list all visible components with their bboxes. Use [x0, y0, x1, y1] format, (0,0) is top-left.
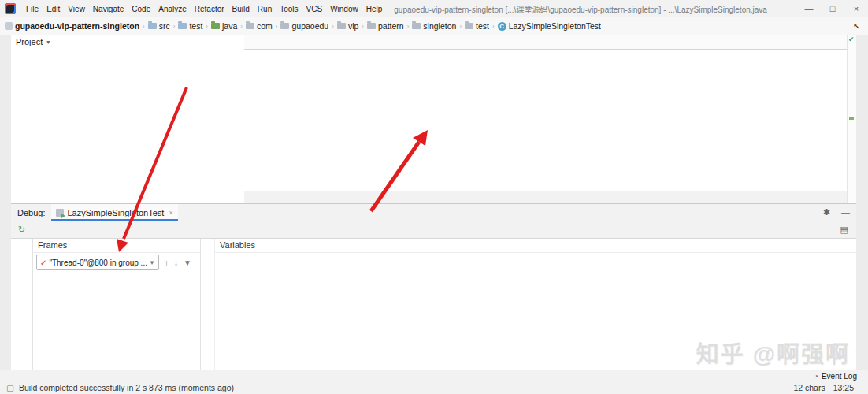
- menu-navigate[interactable]: Navigate: [89, 5, 128, 13]
- build-icon: ▢: [6, 383, 14, 392]
- breadcrumb-item-label: singleton: [423, 21, 456, 31]
- editor: ✔: [244, 35, 856, 203]
- breadcrumb-item-label: java: [222, 21, 237, 31]
- window-title: gupaoedu-vip-pattern-singleton [...\课堂源码…: [394, 3, 797, 15]
- menu-edit[interactable]: Edit: [43, 5, 64, 13]
- breadcrumb-item[interactable]: vip: [337, 21, 358, 31]
- menu-vcs[interactable]: VCS: [302, 5, 327, 13]
- status-bar: ▢ Build completed successfully in 2 s 87…: [0, 381, 868, 394]
- breadcrumb-item-label: src: [159, 21, 170, 31]
- breadcrumb-item[interactable]: CLazySimpleSingletonTest: [498, 21, 601, 31]
- chevron-down-icon: ▼: [149, 259, 155, 266]
- debug-session-tab[interactable]: LazySimpleSingletonTest ×: [51, 204, 177, 221]
- rerun-button[interactable]: ↻: [11, 225, 32, 235]
- breadcrumb-item[interactable]: gupaoedu-vip-pattern-singleton: [5, 21, 139, 31]
- breadcrumb-item[interactable]: com: [246, 21, 273, 31]
- breadcrumb-separator: ›: [407, 23, 410, 30]
- maximize-button[interactable]: □: [821, 4, 844, 13]
- status-message: Build completed successfully in 2 s 873 …: [19, 383, 234, 392]
- folder-gray-icon: [246, 23, 254, 29]
- frames-header: Frames: [33, 239, 200, 253]
- close-icon[interactable]: ×: [169, 209, 172, 217]
- project-panel-title[interactable]: Project: [16, 37, 43, 46]
- chevron-down-icon[interactable]: ▾: [46, 39, 50, 46]
- breadcrumb-item-label: test: [189, 21, 202, 31]
- breadcrumb-separator: ›: [362, 23, 364, 30]
- breadcrumb-separator: ›: [492, 23, 495, 30]
- minimize-button[interactable]: —: [797, 4, 821, 13]
- next-frame-button[interactable]: ↓: [174, 258, 178, 267]
- class-icon: C: [498, 22, 506, 31]
- frames-panel: Frames ✓ "Thread-0"@800 in group ... ▼ ↑…: [33, 239, 201, 370]
- folder-gray-icon: [367, 23, 376, 29]
- code-area[interactable]: [244, 50, 847, 191]
- event-log-button[interactable]: ◔ Event Log: [814, 372, 868, 381]
- breadcrumb-item[interactable]: gupaoedu: [280, 21, 328, 31]
- thread-dropdown[interactable]: ✓ "Thread-0"@800 in group ... ▼: [36, 255, 159, 270]
- breadcrumb-separator: ›: [173, 23, 176, 30]
- debug-header: Debug: LazySimpleSingletonTest × ✱ —: [11, 204, 856, 221]
- breadcrumb-separator: ›: [206, 23, 208, 30]
- thread-selector-row: ✓ "Thread-0"@800 in group ... ▼ ↑ ↓ ▼: [33, 253, 200, 272]
- breadcrumb-item[interactable]: singleton: [412, 21, 456, 31]
- debug-session-tab-label: LazySimpleSingletonTest: [67, 208, 164, 217]
- filter-icon[interactable]: ▼: [184, 258, 191, 267]
- menu-tools[interactable]: Tools: [276, 5, 302, 13]
- breadcrumb-separator: ›: [332, 23, 334, 30]
- breadcrumb-item[interactable]: test: [465, 21, 489, 31]
- debug-label: Debug:: [17, 208, 45, 217]
- breadcrumb-item[interactable]: src: [148, 21, 170, 31]
- variables-header: Variables: [215, 239, 856, 253]
- folder-gray-icon: [337, 23, 346, 29]
- debug-side-actions: [11, 239, 33, 370]
- breadcrumb-item-label: pattern: [378, 21, 404, 31]
- event-log-icon: ◔: [814, 372, 818, 381]
- run-toolbar: ↖: [853, 22, 863, 31]
- breadcrumb-separator: ›: [276, 23, 278, 30]
- menu-run[interactable]: Run: [254, 5, 276, 13]
- ide-logo-icon: [5, 3, 16, 14]
- close-button[interactable]: ×: [844, 4, 868, 13]
- menu-refactor[interactable]: Refactor: [191, 5, 228, 13]
- menu-analyze[interactable]: Analyze: [154, 5, 191, 13]
- menu-file[interactable]: File: [22, 5, 43, 13]
- settings-icon[interactable]: ✱: [823, 207, 830, 217]
- left-tool-strip: [0, 35, 12, 370]
- menu-window[interactable]: Window: [326, 5, 362, 13]
- variables-panel: Variables 知乎 @啊强啊: [215, 239, 856, 370]
- editor-scrollbar[interactable]: ✔: [847, 35, 856, 203]
- folder-green-icon: [211, 23, 220, 29]
- hide-icon[interactable]: —: [841, 207, 850, 217]
- title-bar: FileEditViewNavigateCodeAnalyzeRefactorB…: [0, 0, 868, 18]
- breadcrumb-separator: ›: [143, 23, 145, 30]
- folder-gray-icon: [280, 23, 289, 29]
- editor-tab-bar: [244, 35, 847, 50]
- prev-frame-button[interactable]: ↑: [165, 258, 169, 267]
- breadcrumb-item-label: vip: [348, 21, 358, 31]
- layout-icon[interactable]: ▤: [840, 225, 856, 235]
- clock: 13:25: [833, 383, 854, 392]
- breadcrumb-separator: ›: [459, 23, 462, 30]
- debug-header-actions: ✱ —: [823, 207, 850, 217]
- folder-gray-icon: [465, 23, 473, 29]
- menu-build[interactable]: Build: [228, 5, 254, 13]
- breadcrumb-item[interactable]: test: [178, 21, 202, 31]
- run-config-icon: [56, 209, 64, 217]
- window-controls: —□×: [797, 4, 868, 13]
- breadcrumb: gupaoedu-vip-pattern-singleton›src›test›…: [5, 21, 601, 31]
- navigation-arrow-icon[interactable]: ↖: [853, 22, 860, 31]
- breadcrumb-separator: ›: [240, 23, 243, 30]
- thread-dropdown-value: "Thread-0"@800 in group ...: [49, 258, 147, 267]
- folder-gray-icon: [412, 23, 421, 29]
- debug-toolbar: ↻ ▤: [11, 221, 856, 239]
- scrollbar-marker: [849, 117, 854, 120]
- breadcrumb-item-label: LazySimpleSingletonTest: [509, 21, 601, 31]
- inspection-ok-icon[interactable]: ✔: [848, 35, 855, 43]
- menu-view[interactable]: View: [64, 5, 89, 13]
- breadcrumb-item[interactable]: java: [211, 21, 237, 31]
- menu-code[interactable]: Code: [128, 5, 154, 13]
- status-right: 12 chars 13:25: [793, 383, 862, 392]
- menu-help[interactable]: Help: [362, 5, 387, 13]
- breadcrumb-item[interactable]: pattern: [367, 21, 404, 31]
- project-panel: Project ▾: [11, 35, 245, 203]
